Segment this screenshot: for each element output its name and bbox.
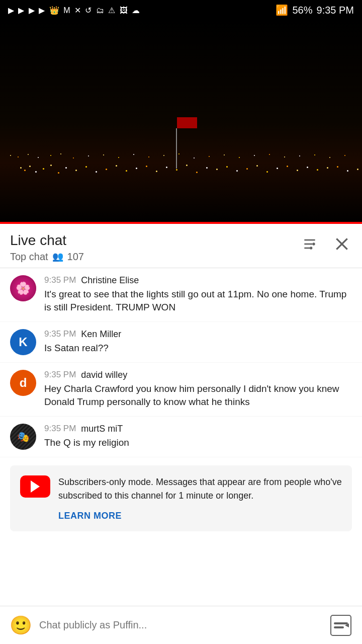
play-triangle (31, 480, 40, 493)
chat-message: d 9:35 PM david willey Hey Charla Crawfo… (0, 363, 362, 417)
message-text: The Q is my religion (44, 436, 352, 450)
avatar: 🎭 (10, 424, 36, 450)
battery-text: 56% (292, 5, 312, 16)
header-actions (300, 234, 352, 256)
message-meta: 9:35 PM Ken Miller (44, 329, 352, 340)
message-meta: 9:35 PM Christine Elise (44, 275, 352, 286)
avatar: d (10, 370, 36, 396)
notice-content: Subscribers-only mode. Messages that app… (58, 475, 342, 521)
chat-message: 🌸 9:35 PM Christine Elise It's great to … (0, 268, 362, 322)
live-chat-title: Live chat (10, 232, 84, 249)
progress-bar[interactable] (0, 222, 362, 224)
message-meta: 9:35 PM david willey (44, 370, 352, 380)
notification-icons: ▶ ▶ ▶ ▶ 👑 M ✕ ↺ 🗂 ⚠ 🖼 ☁ (8, 6, 141, 15)
svg-point-4 (310, 247, 312, 249)
live-chat-title-area: Live chat Top chat 👥 107 (10, 232, 84, 263)
chat-input-bar: 🙂 (0, 606, 362, 644)
time-display: 9:35 PM (317, 5, 354, 16)
message-content: 9:35 PM Christine Elise It's great to se… (44, 275, 352, 314)
message-time: 9:35 PM (44, 370, 76, 380)
message-content: 9:35 PM david willey Hey Charla Crawford… (44, 370, 352, 409)
status-bar: ▶ ▶ ▶ ▶ 👑 M ✕ ↺ 🗂 ⚠ 🖼 ☁ 📶 56% 9:35 PM (0, 0, 362, 20)
avatar: 🌸 (10, 275, 36, 301)
video-player[interactable] (0, 20, 362, 224)
youtube-logo (20, 475, 50, 498)
chat-messages-list: 🌸 9:35 PM Christine Elise It's great to … (0, 268, 362, 570)
message-content: 9:35 PM Ken Miller Is Satan real?? (44, 329, 352, 355)
svg-point-3 (312, 243, 315, 245)
message-time: 9:35 PM (44, 424, 76, 434)
viewer-count: 107 (67, 251, 84, 263)
wifi-icon: 📶 (276, 4, 288, 16)
message-author: david willey (81, 370, 127, 380)
avatar: K (10, 329, 36, 355)
live-chat-panel: Live chat Top chat 👥 107 (0, 224, 362, 570)
chat-message: 🎭 9:35 PM murtS miT The Q is my religion (0, 417, 362, 457)
message-time: 9:35 PM (44, 329, 76, 339)
message-text: Is Satan real?? (44, 342, 352, 355)
filter-button[interactable] (300, 234, 320, 256)
message-text: It's great to see that the lights still … (44, 288, 352, 314)
top-chat-label: Top chat (10, 251, 48, 263)
message-author: Christine Elise (81, 275, 139, 286)
message-meta: 9:35 PM murtS miT (44, 424, 352, 434)
super-chat-button[interactable] (328, 612, 354, 638)
status-right-area: 📶 56% 9:35 PM (276, 4, 354, 16)
message-author: murtS miT (81, 424, 123, 434)
live-chat-header: Live chat Top chat 👥 107 (0, 224, 362, 268)
svg-rect-8 (334, 622, 348, 624)
close-button[interactable] (332, 234, 352, 256)
message-text: Hey Charla Crawford you know him persona… (44, 382, 352, 409)
chat-message: K 9:35 PM Ken Miller Is Satan real?? (0, 322, 362, 363)
status-left-icons: ▶ ▶ ▶ ▶ 👑 M ✕ ↺ 🗂 ⚠ 🖼 ☁ (8, 6, 141, 15)
video-frame (0, 20, 362, 224)
message-author: Ken Miller (81, 329, 121, 340)
chat-input[interactable] (39, 619, 322, 631)
subscribers-notice: Subscribers-only mode. Messages that app… (10, 465, 352, 531)
message-content: 9:35 PM murtS miT The Q is my religion (44, 424, 352, 450)
learn-more-button[interactable]: LEARN MORE (58, 511, 122, 521)
svg-rect-9 (334, 626, 344, 628)
send-superchat-icon (330, 614, 352, 636)
message-time: 9:35 PM (44, 275, 76, 285)
emoji-icon: 🙂 (10, 615, 32, 636)
emoji-button[interactable]: 🙂 (8, 613, 33, 638)
live-chat-subtitle: Top chat 👥 107 (10, 251, 84, 263)
notice-text: Subscribers-only mode. Messages that app… (58, 475, 342, 503)
viewer-icon: 👥 (52, 251, 63, 262)
